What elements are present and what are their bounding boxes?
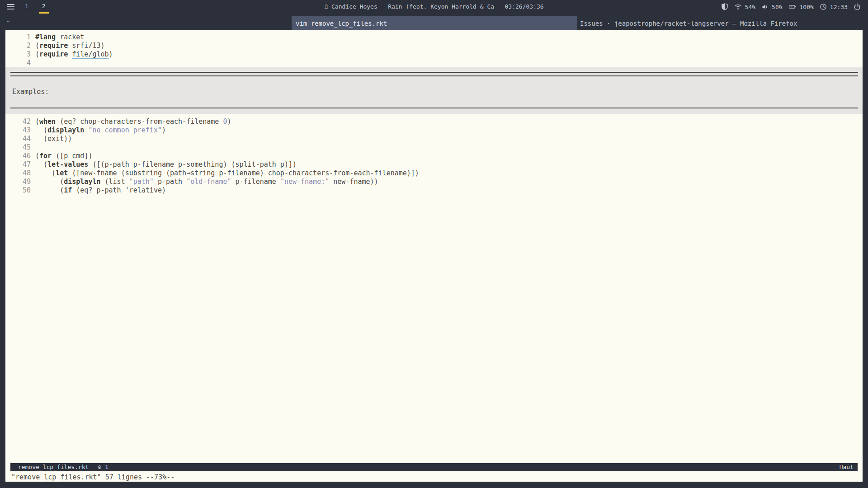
wifi-percent: 54% <box>745 4 755 10</box>
shield-icon <box>721 3 728 10</box>
diagnostic-count: 1 <box>105 464 108 470</box>
code-line: 44 (exit)) <box>11 135 857 143</box>
popup-divider <box>10 72 858 73</box>
statusline-scroll-position: Haut <box>840 463 854 471</box>
line-number: 3 <box>11 50 31 59</box>
speaker-icon <box>761 3 769 10</box>
shell-indicator: ~ <box>7 18 10 25</box>
code-line: 49 (displayln (list "path" p-path "old-f… <box>11 178 857 186</box>
examples-label: Examples: <box>12 88 857 96</box>
code-top: 1#lang racket2(require srfi/13)3(require… <box>5 30 863 67</box>
popup-divider <box>10 75 858 76</box>
window-tab-vim[interactable]: vim remove_lcp_files.rkt <box>292 16 577 30</box>
power-module[interactable] <box>854 3 861 10</box>
code-line: 42(when (eq? chop-characters-from-each-f… <box>11 117 857 126</box>
statusline-left: remove_lcp_files.rkt⊙ 1 <box>14 463 108 471</box>
code-line: 45 <box>11 143 857 152</box>
code-line: 43 (displayln "no common prefix") <box>11 126 857 135</box>
topbar-right: 54% 50% 100% 12:33 <box>721 0 868 14</box>
code-line: 4 <box>11 59 857 67</box>
now-playing-text: Candice Hoyes - Rain (feat. Keyon Harrol… <box>331 3 544 10</box>
line-number: 2 <box>11 42 31 50</box>
clock-time: 12:33 <box>830 4 848 10</box>
code-line: 3(require file/glob) <box>11 50 857 59</box>
vim-command-line: "remove_lcp_files.rkt" 57 lignes --73%-- <box>5 471 863 482</box>
music-note-icon: ♫ <box>324 3 328 10</box>
battery-charging-icon <box>788 3 797 10</box>
line-number: 48 <box>11 169 31 178</box>
line-number: 1 <box>11 33 31 42</box>
wifi-module: 54% <box>734 3 755 10</box>
vim-statusline: remove_lcp_files.rkt⊙ 1 Haut <box>10 463 858 471</box>
volume-percent: 50% <box>772 4 782 10</box>
line-number: 46 <box>11 152 31 160</box>
statusline-filename: remove_lcp_files.rkt <box>14 463 89 471</box>
line-number: 45 <box>11 143 31 152</box>
shield-module <box>721 3 728 10</box>
battery-module: 100% <box>788 3 814 10</box>
power-icon <box>854 3 861 10</box>
top-status-bar: 1 2 ♫ Candice Hoyes - Rain (feat. Keyon … <box>0 0 868 14</box>
clock-module: 12:33 <box>820 3 848 10</box>
window-title-bar: ~ vim remove_lcp_files.rkt Issues · jeap… <box>0 14 868 30</box>
line-number: 50 <box>11 186 31 195</box>
line-number: 42 <box>11 117 31 126</box>
diagnostic-indicator: ⊙ 1 <box>98 463 108 471</box>
terminal-window: 1#lang racket2(require srfi/13)3(require… <box>5 30 863 482</box>
code-line: 48 (let ([new-fname (substring (path→str… <box>11 169 857 178</box>
code-line: 2(require srfi/13) <box>11 42 857 50</box>
code-bottom: 42(when (eq? chop-characters-from-each-f… <box>5 114 863 463</box>
popup-divider <box>10 108 858 108</box>
blank-line <box>12 96 857 105</box>
line-number: 44 <box>11 135 31 143</box>
diagnostic-icon: ⊙ <box>98 464 101 470</box>
window-tab-firefox[interactable]: Issues · jeapostrophe/racket-langserver … <box>580 16 797 30</box>
code-line: 47 (let-values ([(p-path p-filename p-so… <box>11 160 857 169</box>
wifi-icon <box>734 3 742 10</box>
line-number: 4 <box>11 59 31 67</box>
code-line: 1#lang racket <box>11 33 857 42</box>
battery-percent: 100% <box>800 4 814 10</box>
line-number: 43 <box>11 126 31 135</box>
clock-icon <box>820 3 827 10</box>
blank-line <box>12 79 857 88</box>
code-line: 46(for ([p cmd]) <box>11 152 857 160</box>
volume-module[interactable]: 50% <box>761 3 782 10</box>
line-number: 49 <box>11 178 31 186</box>
lsp-hover-popup: Examples: <box>5 67 863 114</box>
line-number: 47 <box>11 160 31 169</box>
code-line: 50 (if (eq? p-path 'relative) <box>11 186 857 195</box>
